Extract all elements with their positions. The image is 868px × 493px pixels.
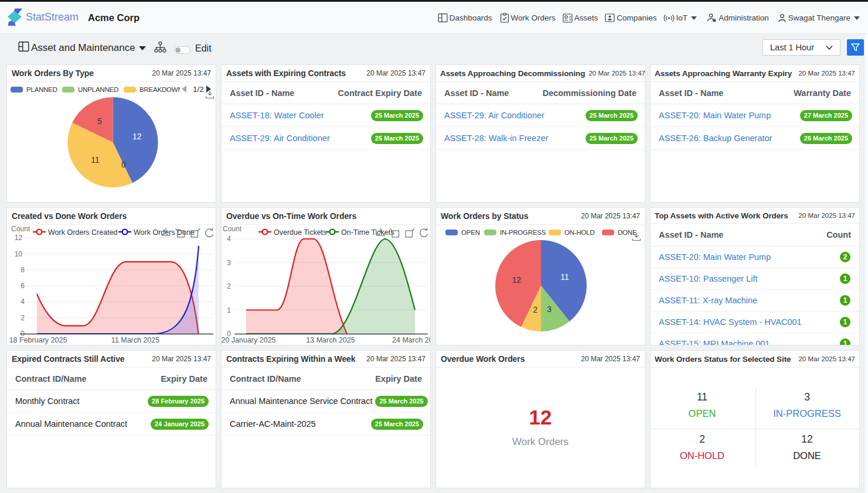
svg-text:Count: Count bbox=[11, 225, 30, 233]
svg-text:10: 10 bbox=[15, 250, 23, 258]
svg-text:4: 4 bbox=[227, 235, 231, 243]
svg-text:20 January 2025: 20 January 2025 bbox=[222, 336, 276, 344]
svg-text:11: 11 bbox=[91, 155, 100, 165]
svg-text:2: 2 bbox=[227, 282, 231, 290]
svg-text:11 March 2025: 11 March 2025 bbox=[111, 336, 160, 344]
svg-text:12: 12 bbox=[512, 275, 521, 285]
svg-text:1: 1 bbox=[227, 306, 231, 314]
svg-text:12: 12 bbox=[15, 234, 23, 242]
svg-text:On-Time Tickets: On-Time Tickets bbox=[341, 228, 394, 237]
svg-text:3: 3 bbox=[547, 304, 552, 314]
svg-text:0: 0 bbox=[121, 160, 126, 169]
svg-text:24 March 2025: 24 March 2025 bbox=[392, 336, 430, 344]
svg-text:13 March 2025: 13 March 2025 bbox=[306, 336, 355, 344]
svg-text:12: 12 bbox=[132, 132, 142, 141]
svg-text:Work Orders Done: Work Orders Done bbox=[134, 228, 195, 237]
svg-text:Work Orders Created: Work Orders Created bbox=[48, 228, 118, 237]
svg-text:Count: Count bbox=[223, 225, 242, 233]
svg-text:5: 5 bbox=[97, 117, 102, 126]
svg-text:8: 8 bbox=[21, 266, 25, 274]
svg-text:11: 11 bbox=[560, 272, 569, 282]
svg-text:Overdue Tickets: Overdue Tickets bbox=[274, 228, 326, 237]
svg-text:6: 6 bbox=[21, 282, 25, 290]
svg-text:3: 3 bbox=[227, 259, 231, 267]
svg-text:4: 4 bbox=[21, 297, 25, 306]
svg-text:2: 2 bbox=[21, 314, 25, 322]
svg-text:18 February 2025: 18 February 2025 bbox=[9, 336, 67, 344]
svg-text:2: 2 bbox=[533, 305, 538, 314]
